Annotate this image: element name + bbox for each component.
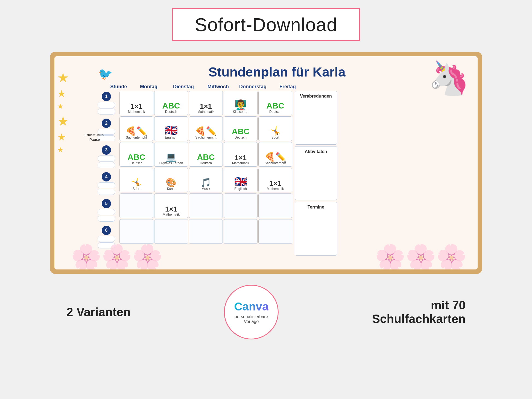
cell-4-mittwoch-label: Musik: [201, 187, 210, 191]
time-slot-4b: [98, 189, 115, 195]
row-group-5: 5: [94, 198, 119, 224]
row-badge-6: 6: [102, 226, 111, 235]
schedule-row-4: 🤸 Sport 🎨 Kunst 🎵 Musik 🇬: [119, 168, 292, 192]
side-column: Verabredungen Aktivitäten Termine: [295, 91, 337, 256]
cell-2-freitag-label: Sport: [271, 136, 279, 139]
row-badge-4: 4: [102, 172, 111, 181]
row-badge-5: 5: [102, 199, 111, 208]
abc-icon-2d: ABC: [232, 127, 250, 136]
abc-icon-1d: ABC: [162, 102, 180, 110]
abc-icon-3mi: ABC: [197, 153, 215, 161]
math-icon-5d: 1×1: [165, 206, 177, 213]
schedule-title: Stundenplan für Karla: [84, 64, 469, 80]
canva-sub1: personalisierbare: [235, 314, 268, 319]
star-4: ★: [57, 113, 69, 129]
kunst-icon: 🎨: [166, 178, 177, 187]
row-badge-1: 1: [102, 92, 111, 101]
cell-2-mittwoch-label: Sachunterricht: [195, 136, 216, 139]
cell-4-dienstag: 🎨 Kunst: [154, 168, 188, 192]
cell-3-mittwoch-label: Deutsch: [200, 161, 212, 165]
musik-icon: 🎵: [200, 178, 211, 187]
cell-1-donnerstag-label: Klassenrat: [233, 110, 249, 114]
bottom-left-label: 2 Varianten: [66, 305, 131, 319]
row-badge-3: 3: [102, 145, 111, 155]
header-donnerstag: Donnerstag: [236, 84, 270, 90]
time-slot-5a: [98, 209, 115, 215]
cell-6-freitag: [258, 219, 292, 244]
math-icon-1m: 1×1: [200, 103, 212, 110]
cell-1-dienstag-label: Deutsch: [165, 110, 177, 114]
stars-decoration: ★ ★ ★ ★ ★ ★: [57, 70, 69, 154]
schedule-row-3: ABC Deutsch 💻 Digitales Lernen ABC Deuts…: [119, 142, 292, 167]
time-slot-4a: [98, 182, 115, 188]
flowers-left: 🌸🌸🌸: [71, 245, 163, 269]
time-slot-6a: [98, 236, 115, 242]
banner-title: Sofort-Download: [195, 14, 337, 35]
cell-4-montag: 🤸 Sport: [119, 168, 153, 192]
cell-2-montag-label: Sachunterricht: [126, 136, 147, 139]
cell-3-mittwoch: ABC Deutsch: [189, 142, 223, 167]
header-stunde: Stunde: [106, 84, 131, 90]
cell-1-freitag-label: Deutsch: [269, 110, 281, 114]
grid-header: Stunde Montag Dienstag Mittwoch Donnerst…: [106, 84, 469, 90]
math-icon-3d: 1×1: [235, 154, 247, 161]
side-box-verabredungen: Verabredungen: [295, 91, 337, 145]
cell-6-dienstag: [154, 219, 188, 244]
schedule-body: 1 2 3 4: [94, 91, 469, 256]
side-box-aktivitaeten: Aktivitäten: [295, 146, 337, 200]
cell-5-mittwoch: [189, 193, 223, 218]
bottom-right-label: mit 70 Schulfachkarten: [372, 298, 466, 326]
cell-5-dienstag: 1×1 Mathematik: [154, 193, 188, 218]
cell-2-dienstag-label: Englisch: [165, 136, 177, 139]
cell-3-dienstag-label: Digitales Lernen: [159, 161, 183, 165]
englisch-icon-2: 🇬🇧: [165, 125, 178, 136]
row-badge-2: 2: [102, 119, 111, 128]
cell-5-freitag: [258, 193, 292, 218]
math-icon-4f: 1×1: [269, 180, 281, 187]
digitales-icon: 💻: [166, 152, 177, 161]
cell-3-freitag-label: Sachunterricht: [265, 161, 286, 165]
cell-4-donnerstag: 🇬🇧 Englisch: [224, 168, 258, 192]
klassenrat-icon: 👨‍🏫: [235, 100, 247, 110]
fruehstueck-label: Frühstücks-Pause: [84, 133, 105, 142]
cell-2-mittwoch: 🍕✏️ Sachunterricht: [189, 116, 223, 141]
header-montag: Montag: [132, 84, 166, 90]
row-group-3: 3: [94, 144, 119, 170]
cell-6-donnerstag: [224, 219, 258, 244]
time-slot-1a: [98, 102, 115, 108]
cell-4-mittwoch: 🎵 Musik: [189, 168, 223, 192]
sport-icon-2: 🤸: [270, 127, 281, 136]
main-frame: ★ ★ ★ ★ ★ ★ 🐦 🦄 Frühstücks-Pause 🌸🌸🌸 🌸🌸🌸…: [50, 52, 482, 274]
time-slot-3b: [98, 162, 115, 168]
abc-icon-1f: ABC: [267, 102, 284, 110]
cell-6-mittwoch: [189, 219, 223, 244]
header-dienstag: Dienstag: [166, 84, 200, 90]
cell-2-montag: 🍕✏️ Sachunterricht: [119, 116, 153, 141]
canva-sub2: Vorlage: [244, 319, 259, 324]
time-slot-1b: [98, 108, 115, 115]
cell-1-montag: 1×1 Mathematik: [119, 91, 153, 115]
cell-3-montag: ABC Deutsch: [119, 142, 153, 167]
schedule-row-2: 🍕✏️ Sachunterricht 🇬🇧 Englisch 🍕✏️ Sachu…: [119, 116, 292, 141]
cell-5-dienstag-label: Mathematik: [163, 213, 180, 216]
cell-4-donnerstag-label: Englisch: [234, 187, 247, 191]
cell-2-donnerstag-label: Deutsch: [235, 136, 247, 139]
cell-3-freitag: 🍕✏️ Sachunterricht: [258, 142, 292, 167]
time-slot-3a: [98, 156, 115, 162]
time-slot-5b: [98, 216, 115, 222]
star-3: ★: [57, 102, 69, 111]
side-box-termine: Termine: [295, 202, 337, 256]
cell-1-mittwoch: 1×1 Mathematik: [189, 91, 223, 115]
cell-1-mittwoch-label: Mathematik: [197, 110, 214, 114]
flowers-right: 🌸🌸🌸: [375, 245, 467, 269]
schedule-row-5: 1×1 Mathematik: [119, 193, 292, 218]
top-banner: Sofort-Download: [172, 8, 360, 41]
cell-1-freitag: ABC Deutsch: [258, 91, 292, 115]
frame-inner: ★ ★ ★ ★ ★ ★ 🐦 🦄 Frühstücks-Pause 🌸🌸🌸 🌸🌸🌸…: [54, 56, 478, 269]
sach-icon-2mo: 🍕✏️: [125, 127, 147, 136]
star-5: ★: [57, 131, 69, 143]
cell-4-freitag: 1×1 Mathematik: [258, 168, 292, 192]
cell-5-montag: [119, 193, 153, 218]
schedule-row-6: [119, 219, 292, 244]
cell-4-dienstag-label: Kunst: [167, 187, 176, 191]
